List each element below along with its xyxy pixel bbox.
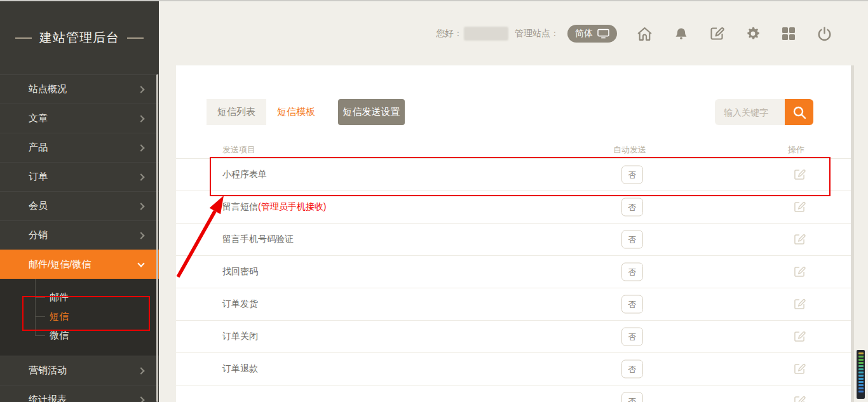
row-name: 订单退款 (222, 363, 258, 375)
home-icon[interactable] (636, 26, 653, 42)
search-button[interactable] (785, 99, 813, 125)
table-row: 订单关闭 否 (176, 321, 851, 353)
widget-stripe (858, 387, 864, 389)
widget-stripe (858, 372, 864, 373)
table-row: 订单发货 否 (176, 288, 851, 321)
edit-icon[interactable] (793, 168, 806, 181)
sidebar-item[interactable]: 文章 (0, 104, 159, 133)
row-name: 订单发货 (222, 298, 258, 310)
row-name-note: (管理员手机接收) (258, 201, 326, 211)
sidebar-item[interactable]: 营销活动 (0, 356, 159, 385)
chevron-right-icon (137, 86, 144, 93)
greeting-label: 您好： (436, 28, 463, 39)
auto-send-toggle-button[interactable]: 否 (621, 360, 643, 379)
sidebar-submenu-item-label: 微信 (50, 330, 69, 340)
panel-right-gap (851, 65, 854, 402)
row-name: 小程序表单 (222, 169, 267, 180)
title-dash-right (127, 37, 144, 39)
tab-bar: 短信列表 短信模板 (207, 99, 326, 125)
sidebar-item[interactable]: 分销 (0, 220, 159, 250)
auto-send-toggle-button[interactable]: 否 (621, 392, 643, 402)
widget-stripe (858, 391, 864, 392)
tab-label: 短信模板 (277, 106, 315, 118)
edit-icon[interactable] (793, 330, 806, 343)
column-header-action: 操作 (788, 144, 804, 156)
sidebar-item[interactable]: 站点概况 (0, 74, 159, 104)
edit-icon[interactable] (709, 26, 724, 41)
auto-send-toggle-button[interactable]: 否 (621, 231, 643, 249)
row-name: 找回密码 (222, 266, 258, 278)
tab[interactable]: 短信模板 (266, 99, 326, 125)
edit-icon[interactable] (793, 363, 806, 375)
sidebar: 建站管理后台 站点概况 文章 产品 订单 (0, 1, 159, 402)
auto-send-toggle-button[interactable]: 否 (621, 198, 643, 217)
sms-send-settings-button[interactable]: 短信发送设置 (338, 99, 405, 125)
content-panel: 短信列表 短信模板 短信发送设置 发送项目 自动发送 操作 小程序表单 否 (176, 65, 851, 402)
sidebar-item-label: 站点概况 (29, 83, 67, 95)
edit-icon[interactable] (793, 395, 806, 402)
sidebar-submenu-item[interactable]: 短信 (0, 307, 159, 326)
chevron-right-icon (137, 396, 144, 402)
table-row: 否 (176, 385, 851, 402)
bell-icon[interactable] (674, 26, 688, 41)
sidebar-item-label: 营销活动 (29, 365, 67, 377)
sidebar-scrollbar[interactable] (156, 74, 158, 402)
column-header-auto-send: 自动发送 (613, 144, 646, 156)
sidebar-item-label: 邮件/短信/微信 (29, 258, 91, 271)
tab-label: 短信列表 (217, 106, 255, 118)
widget-stripe (858, 356, 864, 358)
edit-icon[interactable] (793, 201, 806, 213)
search-bar (715, 99, 813, 125)
edit-icon[interactable] (793, 265, 806, 278)
tab[interactable]: 短信列表 (207, 99, 266, 125)
manage-site-label: 管理站点： (515, 28, 559, 39)
widget-stripe (858, 381, 864, 383)
sidebar-item[interactable]: 订单 (0, 162, 159, 191)
auto-send-toggle-button[interactable]: 否 (621, 295, 643, 314)
auto-send-toggle-button[interactable]: 否 (621, 166, 643, 184)
widget-stripe (858, 384, 864, 386)
chevron-right-icon (137, 115, 144, 122)
sidebar-item-label: 文章 (29, 112, 48, 124)
table-row: 订单退款 否 (176, 353, 851, 385)
search-input[interactable] (715, 99, 785, 125)
browser-overlay-widget[interactable] (857, 350, 865, 399)
window-top-edge (0, 0, 868, 1)
widget-stripe (858, 365, 864, 367)
chevron-right-icon (137, 203, 144, 210)
edit-icon[interactable] (793, 298, 806, 311)
widget-stripe (858, 359, 864, 361)
topbar: 您好： 管理站点： 简体 (436, 23, 832, 44)
sidebar-item-label: 统计报表 (29, 394, 67, 402)
sidebar-submenu-item-label: 邮件 (50, 291, 69, 302)
power-icon[interactable] (817, 26, 832, 42)
gear-icon[interactable] (745, 26, 761, 41)
sidebar-submenu-item-label: 短信 (50, 311, 69, 321)
auto-send-toggle-button[interactable]: 否 (621, 328, 643, 346)
sidebar-submenu: 邮件 短信 微信 (0, 279, 159, 356)
sidebar-submenu-item[interactable]: 邮件 (0, 288, 159, 307)
row-name: 留言短信(管理员手机接收) (222, 201, 326, 213)
page-title: 建站管理后台 (39, 29, 119, 46)
apps-grid-icon[interactable] (782, 27, 796, 41)
redacted-username (464, 27, 508, 41)
sidebar-submenu-item[interactable]: 微信 (0, 326, 159, 345)
edit-icon[interactable] (793, 233, 806, 246)
sidebar-menu-top: 站点概况 文章 产品 订单 会员 分销 (0, 74, 159, 250)
language-site-pill[interactable]: 简体 (567, 25, 617, 43)
table-header: 发送项目 自动发送 操作 (176, 143, 851, 159)
sidebar-item[interactable]: 会员 (0, 191, 159, 220)
sidebar-item-mail-sms-wechat[interactable]: 邮件/短信/微信 (0, 250, 159, 279)
sidebar-menu-bottom: 营销活动 统计报表 (0, 356, 159, 402)
table-row: 小程序表单 否 (176, 159, 851, 191)
sidebar-item[interactable]: 产品 (0, 133, 159, 162)
search-icon (792, 105, 806, 119)
admin-panel-title: 建站管理后台 (0, 1, 159, 74)
widget-stripe (858, 362, 864, 364)
auto-send-toggle-button[interactable]: 否 (621, 263, 643, 281)
table-row: 找回密码 否 (176, 256, 851, 288)
sidebar-item-label: 会员 (29, 200, 48, 212)
sidebar-item[interactable]: 统计报表 (0, 385, 159, 402)
monitor-icon (597, 29, 609, 39)
widget-stripe (858, 378, 864, 380)
